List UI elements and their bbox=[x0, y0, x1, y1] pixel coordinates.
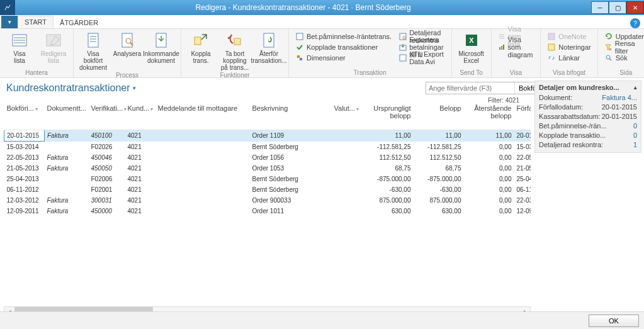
links-icon bbox=[547, 53, 556, 62]
visa-som-diagram-button[interactable]: Visa som diagram bbox=[495, 42, 537, 52]
inkommande-button[interactable]: Inkommandedokument bbox=[145, 30, 177, 71]
analysera-button[interactable]: Analysera bbox=[111, 30, 143, 71]
col-ursp[interactable]: Ursprungligtbelopp bbox=[363, 102, 414, 130]
unapply-icon bbox=[226, 31, 244, 49]
col-forfallo[interactable]: Förfallo bbox=[514, 102, 531, 130]
tab-start[interactable]: START bbox=[18, 16, 54, 28]
visa-lista-label: Visalista bbox=[13, 50, 25, 64]
details-detaljerad-link[interactable]: 1 bbox=[633, 140, 637, 150]
aterfor-label: Återförtransaktion... bbox=[251, 50, 286, 64]
svg-rect-29 bbox=[499, 47, 500, 50]
svg-rect-31 bbox=[503, 45, 504, 50]
group-bifogat-label: Visa bifogat bbox=[545, 69, 593, 77]
grid-header-row: Bokföri...▾ Dokumentt... Verifikati...▾ … bbox=[4, 102, 531, 130]
analyze-icon bbox=[118, 31, 136, 49]
redigera-lista-label: Redigeralista bbox=[41, 50, 67, 64]
check-icon bbox=[295, 43, 304, 52]
onenote-icon bbox=[547, 32, 556, 41]
dimensions-icon bbox=[295, 53, 304, 62]
koppla-button[interactable]: Kopplatrans. bbox=[185, 30, 217, 71]
bet-paminnelse-button[interactable]: Bet.påminnelse-/räntetrans. bbox=[293, 31, 394, 42]
details-panel: Detaljer om kundresko...▴ Dokument:Faktu… bbox=[534, 81, 641, 153]
kopplade-trans-button[interactable]: Kopplade transaktioner bbox=[293, 42, 394, 52]
table-row[interactable]: 12-03-2012Faktura3000314021Order 9000338… bbox=[4, 195, 531, 206]
reminder-icon bbox=[295, 32, 304, 41]
group-transaktion-label: Transaktion bbox=[293, 69, 448, 77]
table-row[interactable]: 12-09-2011Faktura4500004021Order 1011630… bbox=[4, 206, 531, 216]
maximize-button[interactable]: ▢ bbox=[609, 1, 626, 14]
redigera-lista-button[interactable]: Redigeralista bbox=[38, 30, 69, 69]
group-hantera-label: Hantera bbox=[4, 69, 69, 77]
refresh-icon bbox=[604, 32, 613, 41]
col-belopp[interactable]: Belopp bbox=[414, 102, 464, 130]
aterfor-button[interactable]: Återförtransaktion... bbox=[253, 30, 285, 71]
rensa-filter-button[interactable]: Rensa filter bbox=[602, 42, 644, 52]
xtl-icon bbox=[399, 53, 407, 62]
table-row[interactable]: 20-01-2015Faktura4501004021Order 110911,… bbox=[4, 130, 531, 142]
visa-lista-button[interactable]: Visalista bbox=[4, 30, 35, 69]
details-dokument-link[interactable]: Faktura 4... bbox=[602, 93, 637, 103]
col-beskr[interactable]: Beskrivning bbox=[250, 102, 332, 130]
excel-label: MicrosoftExcel bbox=[458, 50, 484, 64]
inkommande-label: Inkommandedokument bbox=[143, 50, 179, 64]
page-title: Kundreskontratransaktioner bbox=[6, 82, 130, 94]
chart-icon bbox=[498, 43, 506, 52]
tabort-label: Ta bortkoppling på trans... bbox=[219, 50, 251, 71]
svg-rect-16 bbox=[264, 33, 274, 47]
col-dokument[interactable]: Dokumentt... bbox=[45, 102, 89, 130]
visa-bokfort-button[interactable]: Visa bokförtdokument bbox=[77, 30, 109, 71]
group-sida-label: Sida bbox=[602, 69, 644, 77]
col-bokfor[interactable]: Bokföri...▾ bbox=[4, 102, 45, 130]
group-process-label: Process bbox=[77, 71, 177, 80]
details-title: Detaljer om kundresko... bbox=[539, 84, 619, 91]
dimensioner-button[interactable]: Dimensioner bbox=[293, 53, 394, 63]
col-medd[interactable]: Meddelande till mottagare bbox=[155, 102, 250, 130]
onenote-button[interactable]: OneNote bbox=[545, 31, 593, 42]
svg-rect-19 bbox=[300, 58, 302, 60]
table-row[interactable]: 15-03-2014F020264021Bernt Söderberg-112.… bbox=[4, 142, 531, 153]
tabort-button[interactable]: Ta bortkoppling på trans... bbox=[219, 30, 251, 71]
details-bet-link[interactable]: 0 bbox=[633, 121, 637, 131]
ledger-icon bbox=[399, 32, 407, 41]
svg-rect-23 bbox=[400, 55, 406, 61]
svg-rect-33 bbox=[548, 44, 555, 50]
col-valut[interactable]: Valut...▾ bbox=[332, 102, 363, 130]
lankar-button[interactable]: Länkar bbox=[545, 53, 593, 63]
file-menu[interactable]: ▾ bbox=[1, 16, 18, 28]
xtl-export-button[interactable]: XTL Export Data Avi bbox=[397, 53, 447, 63]
filter-input[interactable] bbox=[426, 82, 514, 94]
edit-list-icon bbox=[45, 31, 62, 49]
svg-rect-14 bbox=[195, 37, 201, 45]
sok-button[interactable]: Sök bbox=[602, 53, 644, 63]
minimize-button[interactable]: ─ bbox=[591, 1, 609, 14]
table-row[interactable]: 21-05-2013Faktura4500504021Order 105368,… bbox=[4, 163, 531, 174]
details-collapse-icon[interactable]: ▴ bbox=[634, 84, 637, 91]
list-icon bbox=[11, 31, 28, 49]
noteringar-button[interactable]: Noteringar bbox=[545, 42, 593, 52]
help-icon[interactable]: ? bbox=[630, 18, 640, 28]
page-title-dropdown-icon[interactable]: ▾ bbox=[133, 85, 136, 91]
ribbon-tabs: ▾ START ÅTGÄRDER ? bbox=[0, 15, 644, 29]
group-funktioner-label: Funktioner bbox=[185, 71, 285, 80]
svg-line-37 bbox=[609, 59, 611, 60]
col-ater[interactable]: Återståendebelopp bbox=[464, 102, 514, 130]
table-row[interactable]: 22-05-2013Faktura4500464021Order 1056112… bbox=[4, 152, 531, 163]
titlebar: Redigera - Kundreskontratransaktioner - … bbox=[0, 0, 644, 15]
table-row[interactable]: 25-04-2013F020064021Bernt Söderberg-875.… bbox=[4, 174, 531, 184]
excel-button[interactable]: X MicrosoftExcel bbox=[456, 30, 487, 69]
close-button[interactable]: ✕ bbox=[626, 1, 644, 14]
footer: OK bbox=[0, 311, 644, 329]
koppla-label: Kopplatrans. bbox=[191, 50, 210, 64]
incoming-doc-icon bbox=[152, 31, 170, 49]
col-verif[interactable]: Verifikati...▾ bbox=[89, 102, 125, 130]
tab-actions[interactable]: ÅTGÄRDER bbox=[54, 17, 105, 28]
list-small-icon bbox=[498, 32, 506, 41]
table-row[interactable]: 06-11-2012F020014021Bernt Söderberg-630,… bbox=[4, 184, 531, 195]
ok-button[interactable]: OK bbox=[589, 315, 639, 327]
search-icon bbox=[604, 53, 613, 62]
col-kund[interactable]: Kund...▾ bbox=[125, 102, 155, 130]
svg-rect-32 bbox=[548, 33, 555, 40]
details-kopplade-link[interactable]: 0 bbox=[633, 131, 637, 140]
group-visa-label: Visa bbox=[495, 69, 537, 77]
window-title: Redigera - Kundreskontratransaktioner - … bbox=[15, 3, 591, 12]
